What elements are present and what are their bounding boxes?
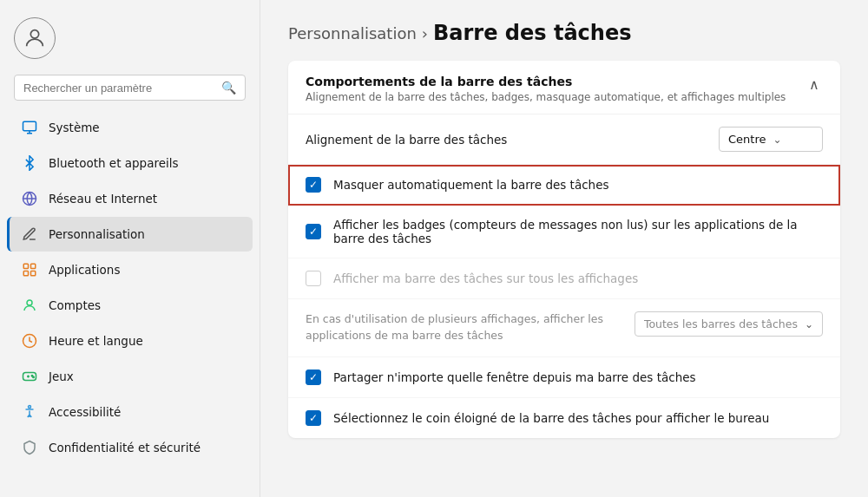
sidebar-item-gaming[interactable]: Jeux: [7, 359, 253, 394]
svg-point-0: [30, 30, 38, 38]
sidebar-item-privacy[interactable]: Confidentialité et sécurité: [7, 430, 253, 465]
section-header-text: Comportements de la barre des tâches Ali…: [306, 75, 786, 103]
sidebar-item-applications[interactable]: Applications: [7, 252, 253, 287]
nav-list: Système Bluetooth et appareils Réseau et…: [0, 109, 260, 497]
masquer-checkbox[interactable]: ✓: [306, 177, 321, 193]
partager-checkbox[interactable]: ✓: [306, 369, 321, 385]
checkmark-icon: ✓: [309, 372, 318, 383]
sidebar-item-personalization[interactable]: Personnalisation: [7, 217, 253, 252]
checkmark-icon: ✓: [309, 180, 318, 190]
masquer-label: Masquer automatiquement la barre des tâc…: [333, 178, 823, 192]
sidebar-item-time[interactable]: Heure et langue: [7, 324, 253, 358]
sidebar-header: [0, 0, 260, 68]
sidebar-item-time-label: Heure et langue: [49, 334, 143, 348]
multi-display-row: En cas d'utilisation de plusieurs affich…: [288, 299, 840, 357]
monitor-icon: [21, 119, 38, 136]
person-icon: [21, 297, 38, 314]
collapse-icon: ∧: [809, 77, 819, 92]
svg-point-13: [33, 376, 35, 378]
alignment-row: Alignement de la barre des tâches Centre…: [288, 114, 840, 165]
multi-display-dropdown[interactable]: Toutes les barres des tâches ⌄: [635, 311, 823, 337]
sidebar-item-applications-label: Applications: [49, 263, 120, 277]
chevron-down-icon: ⌄: [805, 318, 813, 330]
checkmark-icon: ✓: [309, 273, 318, 284]
alignment-label: Alignement de la barre des tâches: [306, 133, 707, 147]
multi-display-label: En cas d'utilisation de plusieurs affich…: [306, 311, 622, 344]
svg-rect-3: [23, 264, 28, 268]
alignment-value: Centre: [728, 133, 766, 146]
sidebar-item-network-label: Réseau et Internet: [49, 192, 157, 206]
time-icon: [21, 332, 38, 350]
accessibility-icon: [21, 403, 38, 421]
svg-rect-5: [23, 271, 28, 276]
sidebar-item-accounts-label: Comptes: [49, 298, 101, 312]
sidebar-item-bluetooth-label: Bluetooth et appareils: [49, 156, 179, 170]
multiaffichage-checkbox[interactable]: ✓: [306, 271, 321, 286]
avatar[interactable]: [14, 17, 56, 59]
partager-row: ✓ Partager n'importe quelle fenêtre depu…: [288, 357, 840, 398]
section-subtitle: Alignement de la barre des tâches, badge…: [306, 91, 786, 103]
masquer-row: ✓ Masquer automatiquement la barre des t…: [288, 165, 840, 206]
multiaffichage-label: Afficher ma barre des tâches sur tous le…: [333, 271, 823, 285]
badges-checkbox[interactable]: ✓: [306, 224, 321, 239]
sidebar-item-system[interactable]: Système: [7, 110, 253, 145]
badges-label: Afficher les badges (compteurs de messag…: [333, 218, 823, 245]
svg-rect-4: [31, 264, 36, 268]
multi-display-value: Toutes les barres des tâches: [644, 317, 798, 330]
sidebar-item-gaming-label: Jeux: [49, 369, 74, 383]
sidebar-item-system-label: Système: [49, 121, 100, 134]
chevron-down-icon: ⌄: [773, 134, 781, 146]
collapse-button[interactable]: ∧: [806, 75, 823, 95]
partager-label: Partager n'importe quelle fenêtre depuis…: [333, 370, 823, 384]
checkmark-icon: ✓: [309, 413, 318, 423]
checkmark-icon: ✓: [309, 226, 318, 237]
bluetooth-icon: [21, 154, 38, 172]
search-box[interactable]: 🔍: [14, 75, 246, 101]
shield-icon: [21, 439, 38, 456]
breadcrumb-separator: ›: [422, 24, 428, 43]
sidebar-item-privacy-label: Confidentialité et sécurité: [49, 441, 201, 454]
svg-rect-1: [23, 121, 36, 131]
breadcrumb-current: Barre des tâches: [433, 21, 631, 45]
coin-checkbox[interactable]: ✓: [306, 410, 321, 426]
sidebar-item-accounts[interactable]: Comptes: [7, 288, 253, 323]
sidebar-item-accessibility-label: Accessibilité: [49, 405, 121, 419]
sidebar-item-personalization-label: Personnalisation: [49, 227, 145, 241]
svg-rect-6: [31, 271, 36, 276]
gaming-icon: [21, 368, 38, 385]
multiaffichage-row: ✓ Afficher ma barre des tâches sur tous …: [288, 258, 840, 299]
apps-icon: [21, 261, 38, 278]
sidebar: 🔍 Système Bluetooth et appareils: [0, 0, 260, 497]
pen-icon: [21, 226, 38, 243]
search-input[interactable]: [23, 82, 218, 95]
multi-display-label-block: En cas d'utilisation de plusieurs affich…: [306, 311, 622, 344]
breadcrumb: Personnalisation › Barre des tâches: [288, 21, 840, 45]
badges-row: ✓ Afficher les badges (compteurs de mess…: [288, 206, 840, 258]
svg-point-14: [29, 406, 31, 409]
sidebar-item-bluetooth[interactable]: Bluetooth et appareils: [7, 146, 253, 180]
main-content: Personnalisation › Barre des tâches Comp…: [260, 0, 868, 497]
section-card: Comportements de la barre des tâches Ali…: [288, 61, 840, 438]
section-title: Comportements de la barre des tâches: [306, 75, 786, 88]
search-icon: 🔍: [221, 81, 236, 95]
alignment-dropdown[interactable]: Centre ⌄: [719, 127, 823, 152]
sidebar-item-accessibility[interactable]: Accessibilité: [7, 395, 253, 429]
breadcrumb-parent[interactable]: Personnalisation: [288, 24, 417, 43]
coin-label: Sélectionnez le coin éloigné de la barre…: [333, 411, 823, 425]
network-icon: [21, 190, 38, 207]
coin-row: ✓ Sélectionnez le coin éloigné de la bar…: [288, 398, 840, 438]
svg-point-7: [27, 300, 32, 305]
sidebar-item-network[interactable]: Réseau et Internet: [7, 181, 253, 216]
section-header: Comportements de la barre des tâches Ali…: [288, 61, 840, 114]
